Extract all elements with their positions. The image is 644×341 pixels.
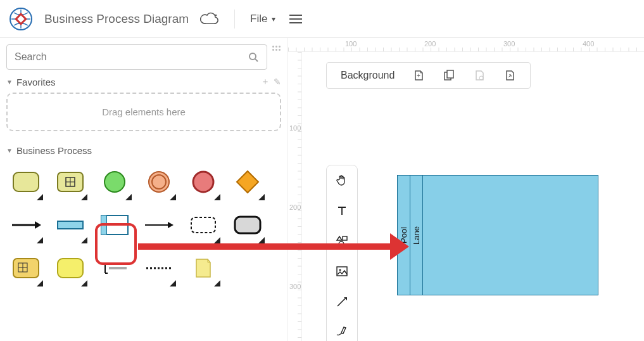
start-event-shape[interactable]: [95, 162, 134, 202]
background-label: Background: [341, 70, 395, 81]
main-area: ▼ Favorites ＋ ✎ Drag elements here ▼ Bus…: [0, 38, 644, 341]
search-icon: [248, 52, 258, 62]
end-event-shape[interactable]: [184, 162, 223, 202]
svg-point-37: [479, 76, 483, 80]
shapes-sidebar: ▼ Favorites ＋ ✎ Drag elements here ▼ Bus…: [0, 38, 288, 341]
task-shape[interactable]: [6, 162, 46, 202]
svg-rect-18: [58, 221, 83, 229]
edit-favorites-icon[interactable]: ✎: [274, 77, 281, 87]
svg-rect-31: [58, 259, 83, 278]
text-annotation-shape[interactable]: [184, 248, 223, 288]
favorites-dropzone[interactable]: Drag elements here: [6, 93, 281, 131]
message-shape[interactable]: [139, 248, 179, 288]
highlight-box: [95, 223, 137, 265]
svg-rect-6: [13, 172, 39, 191]
svg-text:+: +: [417, 72, 420, 79]
add-favorite-icon[interactable]: ＋: [261, 76, 270, 87]
text-tool-icon[interactable]: [335, 203, 349, 217]
ruler-tick-label: 300: [289, 283, 301, 290]
file-menu-label: File: [250, 13, 267, 25]
lane-shape[interactable]: [139, 205, 179, 245]
svg-marker-38: [337, 236, 342, 240]
svg-point-11: [104, 172, 125, 192]
page-fit-icon[interactable]: [503, 69, 516, 82]
line-tool-icon[interactable]: [335, 295, 349, 309]
svg-rect-15: [237, 171, 258, 193]
app-logo: [9, 7, 33, 31]
diagram-canvas[interactable]: 100 200 300 400 100 200 300 Background +: [288, 38, 644, 341]
search-input[interactable]: [6, 44, 267, 70]
gateway-shape[interactable]: [228, 162, 267, 202]
svg-line-5: [255, 59, 258, 61]
lane-header[interactable]: Lane: [410, 176, 423, 295]
collapse-icon: ▼: [6, 79, 13, 86]
top-bar: Business Process Diagram File ▾: [0, 0, 644, 38]
annotation-arrow-head: [390, 233, 409, 260]
search-wrap: [6, 44, 281, 70]
ruler-tick-label: 400: [583, 40, 594, 48]
page-settings-icon[interactable]: [473, 69, 486, 82]
annotation-arrow: [138, 243, 396, 250]
freehand-tool-icon[interactable]: [335, 325, 349, 339]
svg-point-3: [215, 14, 217, 16]
svg-point-14: [193, 172, 213, 192]
empty-cell: [228, 248, 267, 288]
business-process-section-header[interactable]: ▼ Business Process: [6, 145, 281, 156]
page-title: Business Process Diagram: [44, 12, 189, 26]
svg-rect-25: [191, 217, 215, 233]
file-menu[interactable]: File ▾: [250, 13, 275, 25]
svg-rect-36: [447, 70, 453, 78]
cloud-sync-icon[interactable]: [200, 11, 219, 27]
svg-point-42: [339, 269, 341, 271]
svg-point-4: [249, 53, 256, 60]
data-store-alt-shape[interactable]: [6, 248, 46, 288]
page-duplicate-icon[interactable]: [443, 69, 455, 82]
image-tool-icon[interactable]: [335, 264, 349, 278]
separator: [234, 10, 235, 29]
business-process-label: Business Process: [16, 145, 92, 156]
ruler-tick-label: 100: [289, 124, 301, 132]
pool-element[interactable]: Pool Lane: [397, 175, 598, 295]
group-boundary-shape[interactable]: [184, 205, 223, 245]
chevron-down-icon: ▾: [272, 15, 275, 23]
favorites-section-header[interactable]: ▼ Favorites ＋ ✎: [6, 76, 281, 87]
expanded-task-shape[interactable]: [51, 248, 90, 288]
ruler-vertical: 100 200 300: [288, 52, 302, 341]
hamburger-menu-icon[interactable]: [287, 12, 305, 26]
svg-marker-17: [35, 221, 41, 229]
ruler-tick-label: 300: [503, 40, 515, 48]
svg-line-43: [338, 299, 345, 306]
collapse-icon: ▼: [6, 147, 13, 154]
svg-marker-24: [168, 222, 174, 228]
shape-palette: [6, 162, 281, 288]
pan-tool-icon[interactable]: [335, 173, 349, 187]
ruler-horizontal: 100 200 300 400: [288, 38, 644, 52]
page-add-icon[interactable]: +: [412, 69, 425, 82]
svg-rect-39: [343, 236, 347, 240]
ruler-tick-label: 100: [345, 40, 357, 48]
lane-label: Lane: [412, 226, 421, 245]
background-toolbar: Background +: [326, 62, 531, 89]
sequence-flow-shape[interactable]: [6, 205, 46, 245]
ruler-tick-label: 200: [289, 203, 301, 211]
panel-drag-handle[interactable]: [271, 44, 281, 51]
floating-toolbox: [326, 165, 358, 341]
task-grid-shape[interactable]: [51, 162, 90, 202]
call-activity-shape[interactable]: [228, 205, 267, 245]
data-object-shape[interactable]: [51, 205, 90, 245]
svg-rect-26: [235, 217, 260, 233]
favorites-label: Favorites: [16, 77, 56, 87]
svg-rect-27: [13, 259, 39, 278]
ruler-tick-label: 200: [424, 40, 436, 48]
intermediate-event-shape[interactable]: [139, 162, 179, 202]
